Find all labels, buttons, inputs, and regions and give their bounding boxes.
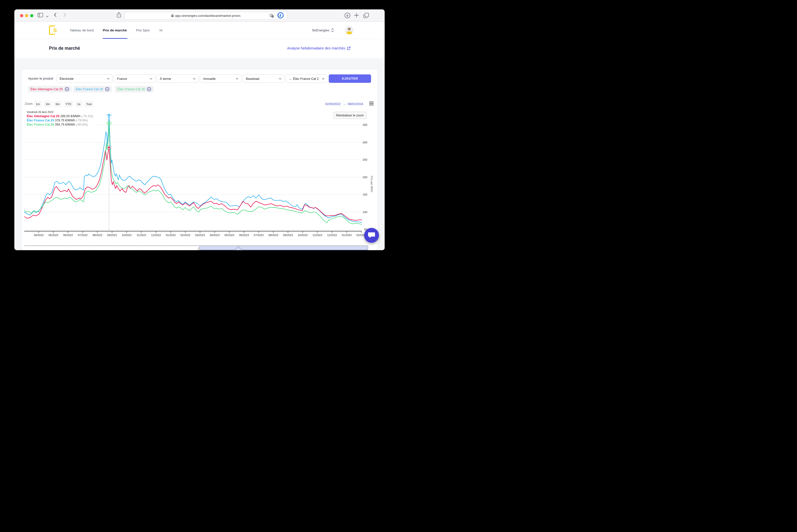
sidebar-icon[interactable]: [38, 13, 43, 18]
tooltip-date: Vendredi 26 Aoû 2022: [27, 111, 93, 113]
svg-text:09/2023: 09/2023: [283, 234, 293, 236]
chart-navigator[interactable]: [24, 246, 368, 250]
svg-text:10/2022: 10/2022: [122, 234, 132, 236]
svg-text:07/2022: 07/2022: [78, 234, 88, 236]
date-to[interactable]: 08/02/2024: [348, 102, 363, 106]
back-icon[interactable]: [54, 13, 57, 18]
svg-text:01/2023: 01/2023: [166, 234, 175, 236]
browser-window: app.sirenergies.com/dashboard/market-pri…: [14, 10, 385, 250]
chevron-down-icon[interactable]: [46, 14, 49, 18]
chart-menu-icon[interactable]: [369, 101, 374, 106]
select-value: Baseload: [246, 77, 279, 81]
product-tag: Élec Allemagne Cal 25: [28, 86, 72, 93]
logo-letter: S: [53, 27, 57, 34]
new-tab-icon[interactable]: [353, 12, 359, 19]
svg-text:01/2024: 01/2024: [342, 234, 352, 236]
price-chart[interactable]: 35030025020015010050Prix par MWh04/20220…: [24, 114, 373, 238]
svg-text:04/2022: 04/2022: [34, 234, 44, 236]
svg-text:03/2023: 03/2023: [195, 234, 205, 236]
svg-text:06/2023: 06/2023: [239, 234, 249, 236]
weekly-analysis-label: Analyse hebdomadaire des marchés: [287, 46, 345, 50]
nav-item-prix-spot[interactable]: Prix Spot: [136, 22, 150, 39]
chevron-down-icon: [279, 78, 281, 80]
svg-text:04/2023: 04/2023: [210, 234, 220, 236]
select-load-profile[interactable]: Baseload: [243, 74, 285, 83]
page-title: Prix de marché: [49, 46, 80, 51]
onepassword-icon[interactable]: [277, 12, 284, 20]
svg-text:07/2023: 07/2023: [254, 234, 264, 236]
svg-text:05/2022: 05/2022: [49, 234, 58, 236]
external-link-icon: [347, 46, 351, 50]
svg-text:08/2023: 08/2023: [268, 234, 278, 236]
select-product[interactable]: ←Élec France Cal 2: [286, 74, 328, 83]
svg-text:12/2022: 12/2022: [151, 234, 161, 236]
zoom-range-1a[interactable]: 1a: [75, 101, 82, 107]
minimize-window-button[interactable]: [25, 14, 28, 17]
weekly-analysis-link[interactable]: Analyse hebdomadaire des marchés: [287, 46, 351, 50]
page-title-row: Prix de marché Analyse hebdomadaire des …: [14, 39, 385, 58]
select-period[interactable]: Annuelle: [200, 74, 242, 83]
translate-icon[interactable]: A文: [270, 14, 274, 19]
tooltip-row: Élec France Cal 25 378.75 €/MWh (-79.9%): [27, 118, 93, 122]
chevron-down-icon: [193, 78, 196, 80]
select-market-type[interactable]: À terme: [156, 74, 199, 83]
left-arrow-icon: ←: [289, 77, 292, 81]
svg-text:05/2023: 05/2023: [224, 234, 234, 236]
org-name: SirEnergies: [312, 28, 329, 32]
zoom-range-ytd[interactable]: YTD: [63, 101, 73, 107]
y-axis-title: Prix par MWh: [370, 176, 373, 192]
share-icon[interactable]: [117, 12, 121, 19]
select-country[interactable]: France: [114, 74, 155, 83]
downloads-icon[interactable]: [344, 12, 351, 20]
org-switcher[interactable]: SirEnergies: [312, 22, 334, 39]
chat-bubble-icon: [368, 232, 375, 239]
arrow-right-icon: →: [342, 102, 346, 106]
url-text: app.sirenergies.com/dashboard/market-pri…: [175, 14, 240, 18]
zoom-window-button[interactable]: [30, 14, 33, 17]
svg-text:10/2023: 10/2023: [298, 234, 308, 236]
chevron-down-icon: [236, 78, 239, 80]
svg-text:200: 200: [363, 176, 367, 179]
svg-text:250: 250: [363, 158, 367, 161]
forward-icon[interactable]: [63, 13, 66, 18]
nav-item-tableau-de-bord[interactable]: Tableau de bord: [70, 22, 94, 39]
chevron-updown-icon: [331, 28, 334, 32]
svg-text:11/2022: 11/2022: [136, 234, 146, 236]
chevron-down-icon: [150, 78, 152, 80]
product-tag-label: Élec France Cal 26: [117, 87, 145, 91]
zoom-range-3m[interactable]: 3m: [44, 101, 52, 107]
svg-text:09/2022: 09/2022: [107, 234, 117, 236]
chat-widget-button[interactable]: [364, 228, 379, 243]
zoom-label: Zoom: [25, 101, 33, 107]
tab-overview-icon[interactable]: [363, 12, 369, 20]
date-range: 02/03/2022 → 08/02/2024: [325, 101, 363, 107]
svg-text:300: 300: [363, 141, 367, 144]
remove-product-icon[interactable]: [105, 87, 109, 91]
remove-product-icon[interactable]: [65, 87, 69, 91]
zoom-range-tout[interactable]: Tout: [85, 101, 94, 107]
svg-text:100: 100: [363, 211, 367, 214]
svg-text:350: 350: [363, 124, 367, 126]
add-product-button[interactable]: AJOUTER: [329, 74, 371, 83]
date-from[interactable]: 02/03/2022: [325, 102, 340, 106]
select-energy-type[interactable]: Électricité: [56, 74, 113, 83]
tooltip-row: Élec France Cal 26 354.75 €/MWh (-80.6%): [27, 122, 93, 127]
select-value: Annuelle: [203, 77, 236, 81]
nav-item-ia[interactable]: IA: [160, 22, 163, 39]
svg-text:12/2023: 12/2023: [327, 234, 337, 236]
zoom-range-1m[interactable]: 1m: [34, 101, 42, 107]
svg-text:11/2023: 11/2023: [312, 234, 322, 236]
remove-product-icon[interactable]: [147, 87, 151, 91]
close-window-button[interactable]: [20, 14, 23, 17]
avatar[interactable]: [345, 26, 353, 34]
browser-toolbar: app.sirenergies.com/dashboard/market-pri…: [14, 10, 385, 22]
sirenergies-logo[interactable]: S: [49, 25, 56, 35]
svg-text:文: 文: [272, 15, 274, 17]
svg-text:02/2023: 02/2023: [180, 234, 190, 236]
svg-text:08/2022: 08/2022: [93, 234, 103, 236]
nav-item-prix-de-march-[interactable]: Prix de marché: [103, 22, 127, 39]
market-prices-card: Ajouter le produit ÉlectricitéFranceÀ te…: [21, 70, 377, 250]
zoom-range-6m[interactable]: 6m: [54, 101, 61, 107]
product-tag-label: Élec Allemagne Cal 25: [31, 87, 63, 91]
address-bar[interactable]: app.sirenergies.com/dashboard/market-pri…: [125, 12, 287, 20]
